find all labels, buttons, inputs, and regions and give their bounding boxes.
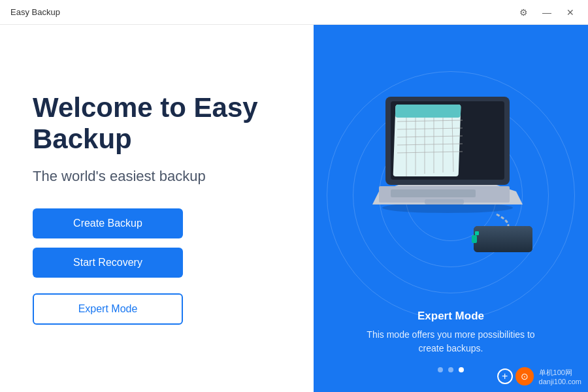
- dot-2[interactable]: [448, 367, 453, 372]
- app-name: Easy Backup: [10, 7, 60, 17]
- svg-rect-20: [474, 226, 532, 252]
- svg-rect-21: [475, 231, 479, 235]
- mode-label: Expert Mode: [366, 310, 536, 323]
- settings-button[interactable]: ⚙: [516, 5, 531, 20]
- title-bar: Easy Backup ⚙ — ✕: [0, 0, 588, 25]
- left-panel: Welcome to Easy Backup The world's easie…: [0, 25, 314, 392]
- welcome-heading: Welcome to Easy Backup: [33, 92, 281, 155]
- expert-mode-button[interactable]: Expert Mode: [33, 293, 183, 325]
- right-panel: Expert Mode This mode offers you more po…: [314, 25, 588, 392]
- svg-rect-18: [425, 199, 464, 204]
- window-controls: ⚙ — ✕: [516, 5, 578, 20]
- minimize-button[interactable]: —: [540, 5, 554, 20]
- create-backup-button[interactable]: Create Backup: [33, 208, 183, 238]
- svg-rect-4: [395, 105, 461, 118]
- tagline: The world's easiest backup: [33, 168, 281, 185]
- close-button[interactable]: ✕: [563, 5, 578, 20]
- mode-description: This mode offers you more possibilities …: [366, 328, 536, 355]
- carousel-dots: [366, 367, 536, 372]
- dot-1[interactable]: [438, 367, 443, 372]
- svg-rect-22: [472, 235, 477, 243]
- svg-rect-17: [391, 189, 476, 197]
- start-recovery-button[interactable]: Start Recovery: [33, 248, 183, 278]
- illustration: [346, 51, 555, 260]
- main-content: Welcome to Easy Backup The world's easie…: [0, 25, 588, 392]
- dot-3[interactable]: [459, 367, 464, 372]
- panel-text-area: Expert Mode This mode offers you more po…: [366, 310, 536, 372]
